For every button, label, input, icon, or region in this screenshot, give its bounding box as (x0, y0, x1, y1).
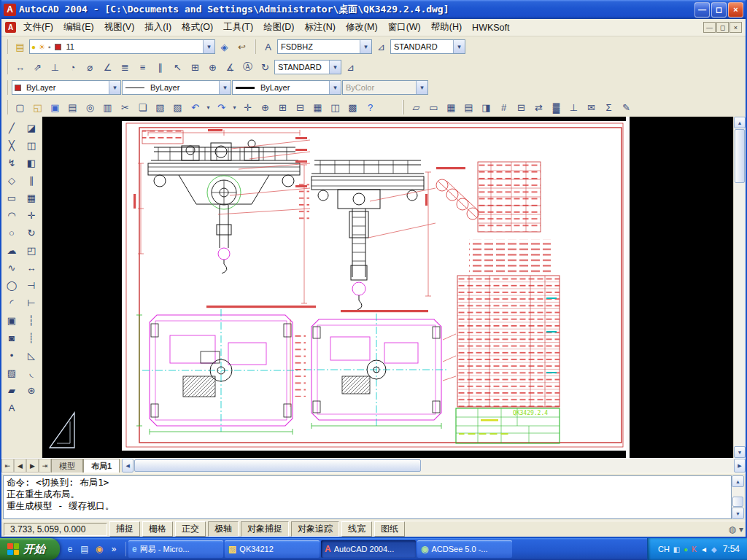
draw-mtext-button[interactable]: A (3, 399, 21, 416)
quick-launch-expand-icon[interactable]: » (107, 542, 120, 556)
tab-nav-button[interactable]: ⇥ (39, 459, 51, 472)
layer-previous-button[interactable]: ↩ (233, 39, 250, 55)
quick-ie-icon[interactable]: e (63, 542, 77, 556)
make-object-layer-current-button[interactable]: ◈ (216, 39, 233, 55)
draw-hatch-button[interactable]: ▨ (3, 364, 21, 381)
dim-quick-button[interactable]: ≣ (117, 59, 133, 76)
dim-aligned-button[interactable]: ⇗ (29, 59, 46, 76)
dim-text-edit-button[interactable]: Ⓐ (239, 59, 256, 76)
toolbar-grip[interactable] (254, 39, 256, 54)
toggle-paper[interactable]: 图纸 (374, 521, 405, 537)
quick-show-desktop-icon[interactable]: ▤ (78, 542, 91, 556)
lineweight-combo-arrow-icon[interactable] (329, 81, 341, 94)
toolbar-grip[interactable] (6, 100, 8, 114)
task-netease-browser[interactable]: e 网易 - Micro... (128, 540, 223, 558)
redo-button[interactable]: ↷ (213, 99, 230, 116)
save-button[interactable]: ▣ (47, 99, 63, 116)
menu-hwksoft[interactable]: HWKSoft (467, 20, 514, 35)
hscroll-track[interactable] (422, 459, 734, 472)
plot-button[interactable]: ▤ (64, 99, 81, 116)
draw-circle-button[interactable]: ○ (3, 224, 21, 241)
menu-insert[interactable]: 插入(I) (139, 19, 177, 36)
modify-extend-button[interactable]: ⊢ (23, 294, 41, 311)
hwk-sheet-button[interactable]: ▭ (425, 99, 442, 116)
dim-toolbar-style-combo[interactable]: STANDARD (274, 60, 341, 74)
close-button[interactable]: × (728, 2, 743, 18)
hwk-mail-button[interactable]: ✉ (583, 99, 600, 116)
draw-rectangle-button[interactable]: ▭ (3, 189, 21, 206)
open-button[interactable]: ◱ (29, 99, 46, 116)
hwk-ruler-button[interactable]: ⊥ (565, 99, 582, 116)
draw-insert-block-button[interactable]: ▣ (3, 311, 21, 329)
linetype-combo-arrow-icon[interactable] (219, 81, 231, 94)
toggle-osnap[interactable]: 对象捕捉 (241, 521, 289, 537)
dim-style-manager-button[interactable]: ⊿ (342, 59, 359, 76)
zoom-realtime-button[interactable]: ⊕ (257, 99, 274, 116)
dim-angular-button[interactable]: ∠ (99, 59, 116, 76)
draw-ellipse-button[interactable]: ◯ (3, 276, 21, 294)
horizontal-scrollbar[interactable] (122, 459, 746, 472)
modify-copy-button[interactable]: ◫ (23, 136, 41, 154)
toggle-snap[interactable]: 捕捉 (109, 521, 140, 537)
color-combo-arrow-icon[interactable] (109, 81, 120, 94)
tray-antivirus-icon[interactable]: ● (684, 545, 688, 553)
toolbar-grip[interactable] (6, 60, 8, 74)
modify-erase-button[interactable]: ◪ (23, 119, 41, 136)
text-style-combo[interactable]: FSDBHZ (277, 39, 372, 54)
restore-button[interactable]: ◻ (711, 2, 727, 18)
dim-ordinate-button[interactable]: ⊥ (47, 59, 63, 76)
toggle-otrack[interactable]: 对象追踪 (291, 521, 339, 537)
menu-dimension[interactable]: 标注(N) (300, 19, 341, 36)
redo-menu-arrow[interactable]: ▾ (231, 99, 239, 116)
modify-scale-button[interactable]: ◰ (23, 241, 41, 259)
tab-nav-button[interactable]: ▶ (26, 459, 39, 472)
menu-modify[interactable]: 修改(M) (341, 19, 383, 36)
hscroll-thumb[interactable] (134, 459, 421, 472)
child-close-button[interactable]: × (729, 22, 742, 33)
dim-radius-button[interactable]: ◔ (64, 59, 81, 76)
vscroll-thumb[interactable] (735, 129, 745, 183)
communication-center-icon[interactable]: ◍ (728, 524, 735, 534)
toggle-ortho[interactable]: 正交 (175, 521, 206, 537)
modify-trim-button[interactable]: ⊣ (23, 276, 41, 294)
draw-polygon-button[interactable]: ◇ (3, 171, 21, 189)
status-menu-arrow-icon[interactable]: ▾ (739, 524, 743, 534)
layer-combo-arrow-icon[interactable] (203, 40, 214, 53)
tray-kingsoft-icon[interactable]: K (692, 545, 697, 553)
properties-button[interactable]: ▦ (309, 99, 326, 116)
text-style-combo-arrow-icon[interactable] (360, 40, 371, 53)
modify-break-point-button[interactable]: ┆ (23, 311, 41, 329)
tray-volume-icon[interactable]: ◄ (700, 545, 708, 553)
lineweight-combo[interactable]: ByLayer (232, 80, 341, 95)
draw-line-button[interactable]: ╱ (3, 119, 21, 136)
designcenter-button[interactable]: ◫ (327, 99, 344, 116)
menu-format[interactable]: 格式(O) (177, 19, 218, 36)
scroll-up-button[interactable] (734, 117, 746, 128)
toolbar-grip[interactable] (6, 80, 8, 95)
draw-xline-button[interactable]: ╳ (3, 136, 21, 154)
dim-center-mark-button[interactable]: ⊕ (204, 59, 221, 76)
child-restore-button[interactable]: ◻ (716, 22, 729, 33)
hwk-annotate-button[interactable]: ✎ (618, 99, 635, 116)
hwk-image-button[interactable]: ◨ (478, 99, 495, 116)
dim-style-button[interactable]: ⊿ (373, 39, 390, 55)
menu-view[interactable]: 视图(V) (99, 19, 140, 36)
minimize-button[interactable]: — (694, 2, 710, 18)
copy-button[interactable]: ❏ (134, 99, 151, 116)
dim-diameter-button[interactable]: ⌀ (82, 59, 98, 76)
dim-continue-button[interactable]: ∥ (152, 59, 169, 76)
dim-baseline-button[interactable]: ≡ (134, 59, 151, 76)
menu-tools[interactable]: 工具(T) (218, 19, 258, 36)
vertical-scrollbar[interactable] (733, 117, 746, 458)
command-scroll-up-button[interactable] (732, 475, 744, 487)
scroll-left-button[interactable] (122, 459, 133, 472)
tab-nav-button[interactable]: ⇤ (1, 459, 14, 472)
language-indicator[interactable]: CH (658, 545, 670, 553)
command-scroll-track[interactable] (732, 487, 744, 496)
modify-move-button[interactable]: ✛ (23, 206, 41, 224)
draw-point-button[interactable]: • (3, 346, 21, 364)
hwk-break-button[interactable]: ⊟ (513, 99, 530, 116)
hwk-grid-button[interactable]: # (495, 99, 512, 116)
titlebar[interactable]: A AutoCAD 2004 - [C:\Documents and Setti… (1, 0, 746, 19)
hwk-fill-button[interactable]: ▓ (548, 99, 565, 116)
